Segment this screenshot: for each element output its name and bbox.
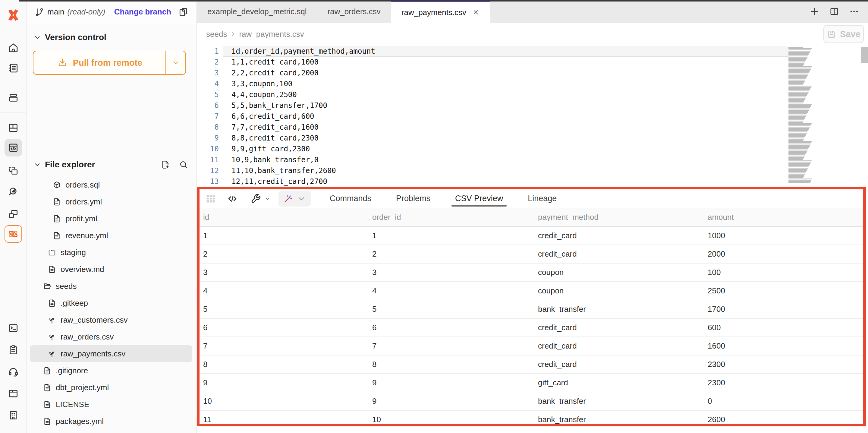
minimap-line (788, 121, 804, 121)
minimap-line (788, 66, 812, 67)
file-item-label: packages.yml (56, 417, 104, 426)
close-icon[interactable] (472, 8, 480, 17)
pull-options-caret[interactable] (165, 51, 185, 74)
file-item-orders-yml[interactable]: orders.yml (30, 193, 192, 210)
activity-item-headset-icon[interactable] (4, 363, 22, 380)
file-item-staging[interactable]: staging (30, 244, 192, 261)
bottom-tab-lineage[interactable]: Lineage (528, 190, 557, 208)
copy-docs-icon[interactable] (178, 7, 189, 18)
activity-item-browser-icon[interactable] (4, 385, 22, 402)
csv-cell: 10 (199, 392, 369, 410)
file-item-seeds[interactable]: seeds (30, 278, 192, 295)
wrench-dropdown-caret-icon[interactable] (264, 195, 271, 202)
activity-item-terminal-icon[interactable] (4, 319, 22, 337)
file-item-revenue-yml[interactable]: revenue.yml (30, 227, 192, 244)
line-number: 9 (197, 133, 223, 144)
file-item-raw-payments-csv[interactable]: raw_payments.csv (30, 345, 192, 362)
file-item-raw-customers-csv[interactable]: raw_customers.csv (30, 312, 192, 328)
csv-cell: 5 (199, 300, 369, 318)
activity-item-selection-icon[interactable] (4, 162, 22, 179)
file-item--gitignore[interactable]: .gitignore (30, 362, 192, 379)
bottom-panel-tabs: CommandsProblemsCSV PreviewLineage (330, 190, 557, 208)
csv-header-order-id: order_id (369, 208, 534, 227)
bottom-tab-commands[interactable]: Commands (330, 190, 371, 208)
file-item-label: profit.yml (65, 214, 97, 224)
change-branch-link[interactable]: Change branch (114, 7, 171, 17)
minimap-line (788, 178, 812, 179)
file-item-packages-yml[interactable]: packages.yml (30, 413, 192, 430)
editor-scrollbar-thumb[interactable] (861, 47, 868, 63)
code-editor[interactable]: 1id,order_id,payment_method,amount21,1,c… (197, 45, 868, 187)
csv-cell: credit_card (534, 337, 704, 355)
minimap-line (788, 60, 806, 61)
csv-cell: 4 (199, 282, 369, 300)
tab-label: example_develop_metric.sql (207, 7, 307, 16)
activity-item-audit-search-icon[interactable] (4, 183, 22, 201)
more-options-icon[interactable] (849, 6, 860, 17)
minimap-line (788, 132, 807, 133)
pull-from-remote-button[interactable]: Pull from remote (33, 51, 186, 75)
minimap-line (788, 88, 810, 89)
file-item-overview-md[interactable]: overview.md (30, 261, 192, 278)
activity-item-code-editor-icon[interactable] (4, 139, 22, 156)
minimap-line (788, 82, 804, 83)
tools-wrench-icon[interactable] (250, 192, 262, 205)
minimap-line (788, 59, 806, 60)
minimap-line (788, 119, 804, 120)
main-area: example_develop_metric.sqlraw_orders.csv… (197, 0, 868, 433)
activity-item-copilot-atom-icon[interactable] (4, 225, 22, 243)
activity-item-windows-icon[interactable] (4, 205, 22, 223)
activity-bar-divider (0, 82, 27, 82)
minimap-line (788, 73, 809, 73)
csv-table-row: 88credit_card2300 (199, 355, 863, 374)
file-item-profit-yml[interactable]: profit.yml (30, 210, 192, 227)
file-item--gitkeep[interactable]: .gitkeep (30, 295, 192, 312)
new-file-icon[interactable] (160, 160, 170, 170)
search-icon[interactable] (179, 160, 189, 170)
ai-magic-wand-button[interactable] (278, 191, 311, 206)
chevron-down-icon[interactable] (33, 160, 42, 169)
activity-item-building-icon[interactable] (4, 406, 22, 424)
minimap-line (788, 168, 808, 169)
save-button[interactable]: Save (824, 25, 864, 43)
minimap-line (788, 123, 812, 124)
activity-item-clipboard-icon[interactable] (4, 341, 22, 359)
file-item-raw-orders-csv[interactable]: raw_orders.csv (30, 328, 192, 345)
folder-icon (47, 248, 57, 257)
breadcrumb-folder[interactable]: seeds (206, 30, 227, 39)
activity-item-notebook-icon[interactable] (4, 59, 22, 77)
editor-tab-raw-orders-csv[interactable]: raw_orders.csv (317, 0, 391, 23)
activity-item-home-icon[interactable] (4, 39, 22, 56)
minimap-line (788, 148, 808, 149)
git-branch-icon (34, 7, 45, 18)
minimap-line (788, 64, 804, 65)
csv-cell: 3 (369, 263, 534, 282)
minimap-line (788, 53, 809, 54)
app-logo[interactable] (0, 0, 27, 30)
chevron-right-icon (229, 30, 237, 38)
split-view-icon[interactable] (829, 6, 840, 17)
editor-tab-raw-payments-csv[interactable]: raw_payments.csv (391, 0, 490, 23)
file-item-dbt-project-yml[interactable]: dbt_project.yml (30, 379, 192, 396)
activity-item-layout-blocks-icon[interactable] (4, 119, 22, 137)
minimap-line (788, 129, 809, 130)
line-code: 8,8,credit_card,2300 (223, 133, 788, 144)
new-tab-plus-icon[interactable] (809, 6, 820, 17)
line-number: 11 (197, 154, 223, 165)
minimap-line (788, 139, 804, 140)
line-code: id,order_id,payment_method,amount (223, 46, 788, 57)
minimap-line (788, 124, 811, 125)
code-view-icon[interactable] (226, 192, 239, 205)
editor-tab-example-develop-metric-sql[interactable]: example_develop_metric.sql (197, 0, 317, 23)
bottom-tab-problems[interactable]: Problems (396, 190, 430, 208)
minimap[interactable] (788, 47, 812, 183)
file-item-license[interactable]: LICENSE (30, 396, 192, 413)
file-item-orders-sql[interactable]: orders.sql (30, 176, 192, 193)
table-view-icon[interactable] (204, 192, 217, 205)
minimap-line (788, 80, 805, 81)
bottom-tab-csv-preview[interactable]: CSV Preview (455, 190, 503, 208)
minimap-line (788, 109, 809, 110)
editor-line: 1id,order_id,payment_method,amount (197, 46, 788, 57)
chevron-down-icon[interactable] (33, 33, 42, 42)
activity-item-archive-icon[interactable] (4, 89, 22, 107)
